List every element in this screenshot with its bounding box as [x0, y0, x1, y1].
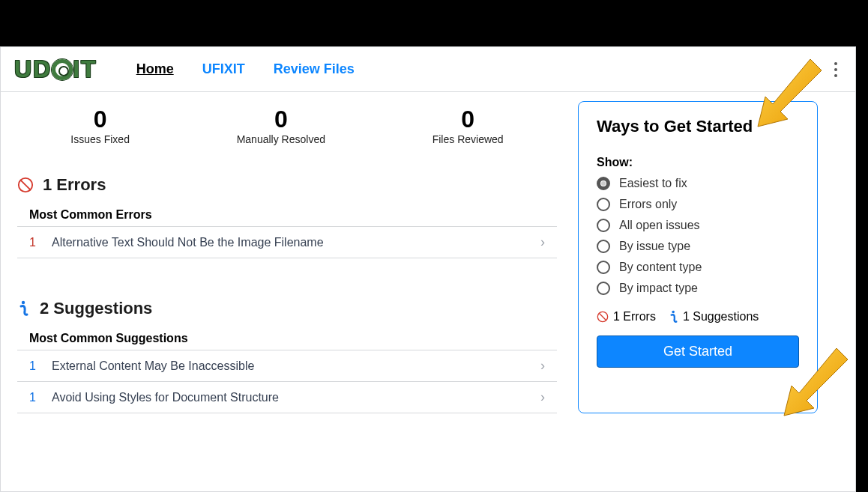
radio-icon	[597, 198, 610, 211]
summary-errors-text: 1 Errors	[613, 310, 656, 324]
radio-icon	[597, 261, 610, 274]
errors-heading: 1 Errors	[17, 175, 557, 195]
show-label: Show:	[597, 156, 799, 169]
error-label: Alternative Text Should Not Be the Image…	[52, 236, 324, 249]
suggestion-count: 1	[29, 359, 52, 373]
radio-label: By issue type	[619, 240, 690, 253]
radio-label: By content type	[619, 261, 702, 274]
radio-icon	[597, 219, 610, 232]
radio-easiest-to-fix[interactable]: Easiest to fix	[597, 177, 799, 190]
stat-issues-fixed: 0 Issues Fixed	[70, 106, 130, 145]
main-nav: Home UFIXIT Review Files	[136, 61, 355, 77]
stat-manually-resolved: 0 Manually Resolved	[237, 106, 325, 145]
errors-subhead: Most Common Errors	[17, 204, 557, 227]
panel-heading: Ways to Get Started	[597, 117, 799, 136]
errors-title: 1 Errors	[43, 175, 106, 195]
nav-home[interactable]: Home	[136, 61, 174, 77]
radio-label: Errors only	[619, 198, 677, 211]
radio-errors-only[interactable]: Errors only	[597, 198, 799, 211]
radio-by-issue-type[interactable]: By issue type	[597, 240, 799, 253]
summary-errors: 1 Errors	[597, 310, 656, 324]
error-count: 1	[29, 236, 52, 249]
radio-label: All open issues	[619, 219, 700, 232]
error-row[interactable]: 1 Alternative Text Should Not Be the Ima…	[17, 227, 557, 258]
chevron-right-icon: ›	[540, 358, 545, 374]
suggestions-title: 2 Suggestions	[40, 299, 152, 318]
stat-number: 0	[237, 106, 325, 133]
svg-line-4	[599, 313, 606, 320]
nav-review-files[interactable]: Review Files	[274, 61, 355, 77]
svg-line-1	[21, 180, 31, 190]
get-started-button[interactable]: Get Started	[597, 335, 799, 368]
svg-point-2	[22, 301, 25, 304]
stat-label: Files Reviewed	[433, 133, 504, 145]
radio-icon	[597, 282, 610, 295]
gear-icon	[52, 59, 73, 80]
suggestion-count: 1	[29, 391, 52, 404]
suggestions-subhead: Most Common Suggestions	[17, 327, 557, 350]
nav-ufixit[interactable]: UFIXIT	[202, 61, 245, 77]
stop-icon	[597, 311, 609, 323]
suggestion-row[interactable]: 1 External Content May Be Inaccessible ›	[17, 350, 557, 382]
stat-number: 0	[433, 106, 504, 133]
radio-by-impact-type[interactable]: By impact type	[597, 282, 799, 295]
get-started-panel: Ways to Get Started Show: Easiest to fix…	[578, 101, 818, 413]
radio-label: By impact type	[619, 282, 698, 295]
info-icon	[17, 300, 31, 317]
stop-icon	[17, 177, 34, 193]
stat-files-reviewed: 0 Files Reviewed	[433, 106, 504, 145]
radio-icon	[597, 177, 610, 190]
radio-icon	[597, 240, 610, 253]
svg-point-5	[672, 311, 675, 314]
suggestion-label: Avoid Using Styles for Document Structur…	[52, 391, 279, 404]
chevron-right-icon: ›	[540, 389, 545, 405]
radio-label: Easiest to fix	[619, 177, 687, 190]
info-icon	[669, 310, 678, 324]
suggestions-heading: 2 Suggestions	[17, 299, 557, 318]
stat-label: Issues Fixed	[70, 133, 130, 145]
chevron-right-icon: ›	[540, 234, 545, 250]
suggestion-label: External Content May Be Inaccessible	[52, 359, 254, 373]
header: UDIT Home UFIXIT Review Files	[1, 47, 855, 92]
stat-label: Manually Resolved	[237, 133, 325, 145]
radio-all-open-issues[interactable]: All open issues	[597, 219, 799, 232]
summary-suggestions-text: 1 Suggestions	[683, 310, 759, 324]
panel-summary: 1 Errors 1 Suggestions	[597, 310, 799, 324]
stat-number: 0	[70, 106, 130, 133]
main-column: 0 Issues Fixed 0 Manually Resolved 0 Fil…	[17, 101, 557, 413]
suggestion-row[interactable]: 1 Avoid Using Styles for Document Struct…	[17, 382, 557, 413]
stats-row: 0 Issues Fixed 0 Manually Resolved 0 Fil…	[17, 101, 557, 165]
summary-suggestions: 1 Suggestions	[669, 310, 759, 324]
kebab-menu-icon[interactable]	[830, 58, 842, 82]
app-logo: UDIT	[14, 55, 97, 83]
radio-by-content-type[interactable]: By content type	[597, 261, 799, 274]
